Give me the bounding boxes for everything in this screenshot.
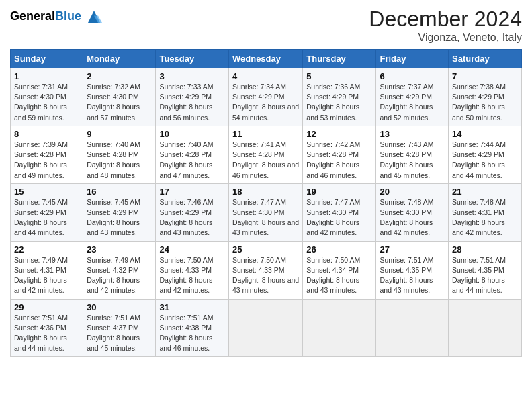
- day-info: Sunrise: 7:39 AMSunset: 4:28 PMDaylight:…: [14, 140, 79, 181]
- calendar-cell: 4Sunrise: 7:34 AMSunset: 4:29 PMDaylight…: [228, 68, 302, 126]
- day-info: Sunrise: 7:34 AMSunset: 4:29 PMDaylight:…: [232, 82, 299, 123]
- day-info: Sunrise: 7:45 AMSunset: 4:29 PMDaylight:…: [87, 197, 152, 238]
- day-info: Sunrise: 7:36 AMSunset: 4:29 PMDaylight:…: [306, 82, 372, 123]
- calendar-cell: 9Sunrise: 7:40 AMSunset: 4:28 PMDaylight…: [83, 126, 156, 183]
- day-number: 5: [306, 71, 372, 81]
- day-number: 16: [87, 187, 152, 197]
- calendar-cell: 11Sunrise: 7:41 AMSunset: 4:28 PMDayligh…: [228, 126, 302, 183]
- calendar-cell: 5Sunrise: 7:36 AMSunset: 4:29 PMDaylight…: [303, 68, 376, 126]
- calendar-cell: 10Sunrise: 7:40 AMSunset: 4:28 PMDayligh…: [156, 126, 229, 183]
- day-info: Sunrise: 7:33 AMSunset: 4:29 PMDaylight:…: [159, 82, 225, 123]
- calendar-day-header: Tuesday: [156, 50, 229, 68]
- day-number: 18: [232, 187, 299, 197]
- day-number: 19: [306, 187, 372, 197]
- calendar-day-header: Wednesday: [228, 50, 302, 68]
- page-title: December 2024: [369, 7, 522, 32]
- calendar-day-header: Saturday: [449, 50, 522, 68]
- day-info: Sunrise: 7:42 AMSunset: 4:28 PMDaylight:…: [306, 140, 372, 181]
- calendar-week-row: 29Sunrise: 7:51 AMSunset: 4:36 PMDayligh…: [11, 299, 522, 357]
- day-number: 14: [452, 129, 518, 139]
- day-number: 1: [14, 71, 79, 81]
- calendar-cell: [376, 299, 449, 357]
- page-subtitle: Vigonza, Veneto, Italy: [369, 32, 522, 44]
- day-info: Sunrise: 7:37 AMSunset: 4:29 PMDaylight:…: [380, 82, 445, 123]
- calendar-header-row: SundayMondayTuesdayWednesdayThursdayFrid…: [11, 50, 522, 68]
- calendar-cell: 17Sunrise: 7:46 AMSunset: 4:29 PMDayligh…: [156, 183, 229, 241]
- calendar-cell: 29Sunrise: 7:51 AMSunset: 4:36 PMDayligh…: [11, 299, 83, 357]
- day-info: Sunrise: 7:50 AMSunset: 4:33 PMDaylight:…: [159, 255, 225, 296]
- calendar-cell: 20Sunrise: 7:48 AMSunset: 4:30 PMDayligh…: [376, 183, 449, 241]
- day-number: 27: [380, 244, 445, 255]
- page: GeneralBlue December 2024 Vigonza, Venet…: [0, 0, 532, 411]
- calendar-day-header: Sunday: [11, 50, 83, 68]
- day-info: Sunrise: 7:41 AMSunset: 4:28 PMDaylight:…: [232, 140, 299, 181]
- day-info: Sunrise: 7:31 AMSunset: 4:30 PMDaylight:…: [14, 82, 79, 123]
- day-number: 6: [380, 71, 445, 81]
- day-number: 28: [452, 244, 518, 255]
- day-info: Sunrise: 7:51 AMSunset: 4:35 PMDaylight:…: [380, 255, 445, 296]
- calendar-cell: 7Sunrise: 7:38 AMSunset: 4:29 PMDaylight…: [449, 68, 522, 126]
- calendar-cell: 27Sunrise: 7:51 AMSunset: 4:35 PMDayligh…: [376, 241, 449, 299]
- day-number: 13: [380, 129, 445, 139]
- day-info: Sunrise: 7:51 AMSunset: 4:35 PMDaylight:…: [452, 255, 518, 296]
- day-number: 22: [14, 244, 79, 255]
- calendar-day-header: Monday: [83, 50, 156, 68]
- calendar-day-header: Friday: [376, 50, 449, 68]
- calendar-cell: 2Sunrise: 7:32 AMSunset: 4:30 PMDaylight…: [83, 68, 156, 126]
- calendar-cell: 28Sunrise: 7:51 AMSunset: 4:35 PMDayligh…: [449, 241, 522, 299]
- calendar-cell: 19Sunrise: 7:47 AMSunset: 4:30 PMDayligh…: [303, 183, 376, 241]
- calendar-table: SundayMondayTuesdayWednesdayThursdayFrid…: [10, 49, 522, 357]
- calendar-cell: 18Sunrise: 7:47 AMSunset: 4:30 PMDayligh…: [228, 183, 302, 241]
- day-info: Sunrise: 7:49 AMSunset: 4:32 PMDaylight:…: [87, 255, 152, 296]
- calendar-cell: 24Sunrise: 7:50 AMSunset: 4:33 PMDayligh…: [156, 241, 229, 299]
- day-number: 11: [232, 129, 299, 139]
- title-block: December 2024 Vigonza, Veneto, Italy: [369, 7, 522, 44]
- day-number: 24: [159, 244, 225, 255]
- day-info: Sunrise: 7:50 AMSunset: 4:33 PMDaylight:…: [232, 255, 299, 296]
- calendar-cell: [449, 299, 522, 357]
- day-info: Sunrise: 7:50 AMSunset: 4:34 PMDaylight:…: [306, 255, 372, 296]
- day-number: 25: [232, 244, 299, 255]
- calendar-cell: 22Sunrise: 7:49 AMSunset: 4:31 PMDayligh…: [11, 241, 83, 299]
- day-info: Sunrise: 7:38 AMSunset: 4:29 PMDaylight:…: [452, 82, 518, 123]
- day-number: 20: [380, 187, 445, 197]
- day-info: Sunrise: 7:46 AMSunset: 4:29 PMDaylight:…: [159, 197, 225, 238]
- day-info: Sunrise: 7:47 AMSunset: 4:30 PMDaylight:…: [232, 197, 299, 238]
- day-info: Sunrise: 7:49 AMSunset: 4:31 PMDaylight:…: [14, 255, 79, 296]
- calendar-cell: 6Sunrise: 7:37 AMSunset: 4:29 PMDaylight…: [376, 68, 449, 126]
- header: GeneralBlue December 2024 Vigonza, Venet…: [10, 7, 522, 44]
- calendar-cell: 31Sunrise: 7:51 AMSunset: 4:38 PMDayligh…: [156, 299, 229, 357]
- calendar-week-row: 1Sunrise: 7:31 AMSunset: 4:30 PMDaylight…: [11, 68, 522, 126]
- day-info: Sunrise: 7:44 AMSunset: 4:29 PMDaylight:…: [452, 140, 518, 181]
- day-info: Sunrise: 7:51 AMSunset: 4:37 PMDaylight:…: [87, 313, 152, 354]
- calendar-day-header: Thursday: [303, 50, 376, 68]
- calendar-cell: 8Sunrise: 7:39 AMSunset: 4:28 PMDaylight…: [11, 126, 83, 183]
- calendar-cell: 25Sunrise: 7:50 AMSunset: 4:33 PMDayligh…: [228, 241, 302, 299]
- calendar-cell: 1Sunrise: 7:31 AMSunset: 4:30 PMDaylight…: [11, 68, 83, 126]
- day-number: 8: [14, 129, 79, 139]
- day-number: 21: [452, 187, 518, 197]
- calendar-cell: [303, 299, 376, 357]
- day-number: 17: [159, 187, 225, 197]
- logo-blue-text: Blue: [55, 9, 81, 23]
- calendar-week-row: 15Sunrise: 7:45 AMSunset: 4:29 PMDayligh…: [11, 183, 522, 241]
- logo: GeneralBlue: [10, 7, 104, 27]
- day-number: 12: [306, 129, 372, 139]
- logo-icon: [84, 7, 104, 27]
- day-info: Sunrise: 7:51 AMSunset: 4:36 PMDaylight:…: [14, 313, 79, 354]
- day-number: 7: [452, 71, 518, 81]
- calendar-cell: [228, 299, 302, 357]
- calendar-cell: 12Sunrise: 7:42 AMSunset: 4:28 PMDayligh…: [303, 126, 376, 183]
- day-number: 26: [306, 244, 372, 255]
- calendar-cell: 14Sunrise: 7:44 AMSunset: 4:29 PMDayligh…: [449, 126, 522, 183]
- day-number: 3: [159, 71, 225, 81]
- calendar-cell: 3Sunrise: 7:33 AMSunset: 4:29 PMDaylight…: [156, 68, 229, 126]
- calendar-week-row: 8Sunrise: 7:39 AMSunset: 4:28 PMDaylight…: [11, 126, 522, 183]
- day-number: 31: [159, 302, 225, 312]
- day-info: Sunrise: 7:32 AMSunset: 4:30 PMDaylight:…: [87, 82, 152, 123]
- day-info: Sunrise: 7:40 AMSunset: 4:28 PMDaylight:…: [159, 140, 225, 181]
- day-info: Sunrise: 7:48 AMSunset: 4:30 PMDaylight:…: [380, 197, 445, 238]
- calendar-cell: 26Sunrise: 7:50 AMSunset: 4:34 PMDayligh…: [303, 241, 376, 299]
- day-info: Sunrise: 7:47 AMSunset: 4:30 PMDaylight:…: [306, 197, 372, 238]
- calendar-cell: 13Sunrise: 7:43 AMSunset: 4:28 PMDayligh…: [376, 126, 449, 183]
